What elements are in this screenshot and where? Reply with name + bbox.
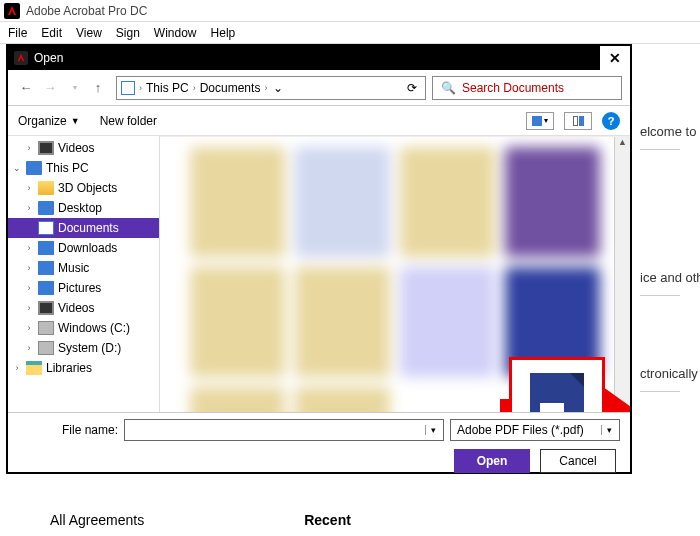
search-icon: 🔍 (441, 81, 456, 95)
chevron-down-icon[interactable]: ▾ (425, 425, 441, 435)
tree-systemd[interactable]: ›System (D:) (8, 338, 159, 358)
filename-input[interactable]: ▾ (124, 419, 444, 441)
organize-button[interactable]: Organize ▼ (18, 114, 80, 128)
path-root-icon (121, 81, 135, 95)
help-icon[interactable]: ? (602, 112, 620, 130)
menu-edit[interactable]: Edit (41, 26, 62, 40)
tree-3dobjects[interactable]: ›3D Objects (8, 178, 159, 198)
scrollbar[interactable]: ▲▼ (614, 137, 630, 412)
dialog-title: Open (34, 51, 63, 65)
bg-text-welcome: elcome to (640, 94, 680, 150)
all-agreements-label[interactable]: All Agreements (50, 512, 144, 528)
menubar: File Edit View Sign Window Help (0, 22, 700, 44)
app-title: Adobe Acrobat Pro DC (26, 4, 147, 18)
nav-recent-icon[interactable]: ▾ (66, 80, 82, 96)
filetype-select[interactable]: Adobe PDF Files (*.pdf) ▾ (450, 419, 620, 441)
dialog-navbar: ← → ▾ ↑ › This PC › Documents › ⌄ ⟳ 🔍 Se… (8, 70, 630, 106)
acrobat-logo-icon (4, 3, 20, 19)
view-mode-button[interactable]: ▾ (526, 112, 554, 130)
pdf-file-icon (530, 373, 584, 412)
dialog-titlebar: Open ✕ (8, 46, 630, 70)
cancel-button[interactable]: Cancel (540, 449, 616, 473)
file-pane[interactable]: ▲▼ Hi, I'm a PDF! (160, 136, 630, 412)
path-sep-icon: › (139, 83, 142, 93)
path-dropdown-icon[interactable]: ⌄ (271, 81, 285, 95)
nav-forward-icon: → (42, 80, 58, 96)
bg-text-office: ice and other (640, 150, 680, 296)
nav-back-icon[interactable]: ← (18, 80, 34, 96)
menu-sign[interactable]: Sign (116, 26, 140, 40)
open-button[interactable]: Open (454, 449, 530, 473)
recent-label: Recent (304, 512, 351, 528)
menu-help[interactable]: Help (211, 26, 236, 40)
bg-text-elec: ctronically (640, 296, 680, 392)
dialog-toolbar: Organize ▼ New folder ▾ ? (8, 106, 630, 136)
nav-up-icon[interactable]: ↑ (90, 80, 106, 96)
tree-videos2[interactable]: ›Videos (8, 298, 159, 318)
chevron-down-icon: ▼ (71, 116, 80, 126)
tree-pictures[interactable]: ›Pictures (8, 278, 159, 298)
app-titlebar: Adobe Acrobat Pro DC (0, 0, 700, 22)
path-thispc[interactable]: This PC (146, 81, 189, 95)
path-bar[interactable]: › This PC › Documents › ⌄ ⟳ (116, 76, 426, 100)
menu-window[interactable]: Window (154, 26, 197, 40)
background-bottom: All Agreements Recent (0, 512, 700, 528)
tree-windowsc[interactable]: ›Windows (C:) (8, 318, 159, 338)
folder-tree: ›Videos ⌄This PC ›3D Objects ›Desktop Do… (8, 136, 160, 412)
tree-documents[interactable]: Documents (8, 218, 159, 238)
preview-pane-button[interactable] (564, 112, 592, 130)
search-input[interactable]: 🔍 Search Documents (432, 76, 622, 100)
menu-file[interactable]: File (8, 26, 27, 40)
highlighted-file[interactable]: Hi, I'm a PDF! (509, 357, 605, 412)
path-documents[interactable]: Documents (200, 81, 261, 95)
filename-label: File name: (18, 423, 118, 437)
newfolder-button[interactable]: New folder (100, 114, 157, 128)
tree-music[interactable]: ›Music (8, 258, 159, 278)
chevron-down-icon[interactable]: ▾ (601, 425, 617, 435)
tree-desktop[interactable]: ›Desktop (8, 198, 159, 218)
dialog-logo-icon (14, 51, 28, 65)
tree-libraries[interactable]: ›Libraries (8, 358, 159, 378)
refresh-icon[interactable]: ⟳ (403, 81, 421, 95)
open-dialog: Open ✕ ← → ▾ ↑ › This PC › Documents › ⌄… (6, 44, 632, 474)
dialog-bottombar: File name: ▾ Adobe PDF Files (*.pdf) ▾ O… (8, 412, 630, 472)
path-sep-icon: › (264, 83, 267, 93)
tree-videos[interactable]: ›Videos (8, 138, 159, 158)
search-placeholder: Search Documents (462, 81, 564, 95)
close-button[interactable]: ✕ (600, 46, 630, 70)
tree-downloads[interactable]: ›Downloads (8, 238, 159, 258)
menu-view[interactable]: View (76, 26, 102, 40)
path-sep-icon: › (193, 83, 196, 93)
tree-thispc[interactable]: ⌄This PC (8, 158, 159, 178)
